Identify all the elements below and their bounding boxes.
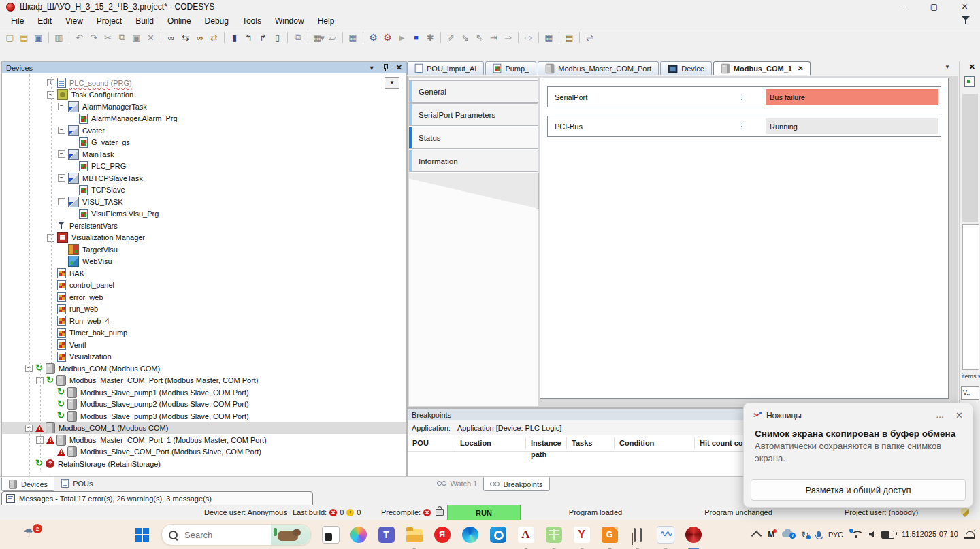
taskbar-app-button[interactable] <box>484 523 512 546</box>
panel-tab[interactable]: POUs <box>54 477 99 490</box>
onedrive-cloud-icon[interactable] <box>782 531 794 537</box>
taskbar-app-button[interactable] <box>428 523 456 546</box>
refresh-refs-icon[interactable] <box>583 31 597 44</box>
replace-all-icon[interactable] <box>207 31 221 44</box>
taskbar-app-button[interactable] <box>623 523 651 546</box>
taskbar-app-button[interactable] <box>456 523 484 546</box>
tree-item[interactable]: − Visualization Manager <box>2 232 406 244</box>
document-tab[interactable]: Device <box>660 61 712 75</box>
document-tab[interactable]: Modbus_Master_COM_Port <box>538 61 659 75</box>
device-editor-tab[interactable]: Information <box>409 150 538 172</box>
update-boot-icon[interactable] <box>346 31 360 44</box>
breakpoints-column-header[interactable]: Location <box>455 437 526 449</box>
open-icon[interactable] <box>17 31 31 44</box>
tray-m-app-icon[interactable]: M <box>768 530 774 539</box>
cut-icon[interactable] <box>101 31 115 44</box>
microphone-icon[interactable] <box>817 531 821 537</box>
application-value[interactable]: Application [Device: PLC Logic] <box>455 424 561 432</box>
menu-item[interactable]: Tools <box>235 15 268 27</box>
taskbar-app-button[interactable] <box>344 523 372 546</box>
login-icon[interactable] <box>366 31 380 44</box>
tree-expander[interactable]: − <box>58 198 65 205</box>
menu-item[interactable]: Edit <box>31 15 59 27</box>
menu-item[interactable]: Debug <box>198 15 235 27</box>
tree-item[interactable]: Modbus_Slave_pump1 (Modbus Slave, COM Po… <box>2 386 406 399</box>
save-icon[interactable] <box>31 31 46 44</box>
menu-item[interactable]: Window <box>268 15 311 27</box>
taskbar-app-button[interactable] <box>595 523 623 546</box>
markup-share-button[interactable]: Разметка и общий доступ <box>751 479 966 501</box>
step-over-icon[interactable] <box>444 31 458 44</box>
tree-item[interactable]: Run_web_4 <box>2 315 406 327</box>
volume-icon[interactable] <box>869 531 874 537</box>
panel-tab[interactable]: Devices <box>1 477 54 491</box>
document-tab[interactable]: Pump_ <box>485 61 536 75</box>
taskbar-app-button[interactable] <box>568 523 595 546</box>
tree-expander[interactable]: − <box>58 174 65 182</box>
wifi-icon[interactable] <box>851 531 862 538</box>
device-editor-tab[interactable]: Status <box>409 127 538 149</box>
language-indicator[interactable]: РУС <box>828 531 843 539</box>
notification-bell-icon[interactable] <box>966 531 975 538</box>
step-into-icon[interactable] <box>458 31 472 44</box>
search-input[interactable] <box>183 529 247 541</box>
tree-item[interactable]: − AlarmManagerTask <box>2 101 406 113</box>
taskbar-app-button[interactable] <box>512 523 540 546</box>
tree-item[interactable]: PLC_PRG <box>2 161 406 173</box>
tree-item[interactable]: Timer_bak_pump <box>2 327 406 339</box>
tree-item[interactable]: − Task Configuration <box>2 89 406 101</box>
panel-tab[interactable]: Watch 1 <box>431 477 483 490</box>
tree-item[interactable]: − Gvater <box>2 124 406 137</box>
clock[interactable]: 11:51 2025-07-10 <box>902 530 958 539</box>
print-icon[interactable] <box>52 31 66 44</box>
copy-icon[interactable] <box>115 31 129 44</box>
tab-close-icon[interactable] <box>798 65 803 72</box>
umbrella-tray-icon[interactable]: ☂ 2 <box>23 525 41 543</box>
panel-close-icon[interactable]: ✕ <box>396 63 402 72</box>
toast-menu-icon[interactable]: … <box>936 410 945 420</box>
tree-item[interactable]: Modbus_Slave_pump3 (Modbus Slave, COM Po… <box>2 410 406 422</box>
menu-item[interactable]: File <box>4 15 31 27</box>
battery-icon[interactable] <box>881 531 894 539</box>
tree-item[interactable]: − Modbus_Master_COM_Port (Modbus Master,… <box>2 375 406 387</box>
tab-list-dropdown-icon[interactable]: ▼ <box>945 64 950 70</box>
right-panel-close-icon[interactable]: ✕ <box>969 63 975 71</box>
replace-icon[interactable] <box>178 31 193 44</box>
maximize-button[interactable]: ▢ <box>919 0 949 15</box>
tree-item[interactable]: − MBTCPSlaveTask <box>2 172 406 184</box>
tree-item[interactable]: Modbus_Slave_COM_Port (Modbus Slave, COM… <box>2 446 406 459</box>
stop-icon[interactable] <box>409 31 423 44</box>
bookmark-prev-icon[interactable] <box>242 31 256 44</box>
set-next-statement-icon[interactable] <box>501 31 515 44</box>
document-tab[interactable]: POU_imput_AI <box>407 61 484 75</box>
taskbar-search[interactable] <box>161 524 311 546</box>
taskbar-app-button[interactable] <box>540 523 568 546</box>
taskbar-app-button[interactable] <box>679 523 707 546</box>
tree-item[interactable]: RetainStorage (RetainStorage) <box>2 458 406 470</box>
right-panel-filter-input[interactable]: V.. <box>961 386 979 400</box>
device-editor-tab[interactable]: SerialPort Parameters <box>409 103 538 126</box>
store-cart-icon[interactable] <box>562 31 576 44</box>
tree-item[interactable]: Modbus_Slave_pump2 (Modbus Slave, COM Po… <box>2 399 406 411</box>
panel-dropdown-icon[interactable]: ▼ <box>369 65 375 71</box>
tree-item[interactable]: run_web <box>2 303 406 316</box>
tree-item[interactable]: VisuElems.Visu_Prg <box>2 208 406 220</box>
logout-icon[interactable] <box>380 31 395 44</box>
menu-item[interactable]: Online <box>161 15 198 27</box>
run-to-cursor-icon[interactable] <box>487 31 501 44</box>
document-tab[interactable]: Modbus_COM_1 <box>713 61 811 75</box>
tree-item[interactable]: − VISU_TASK <box>2 196 406 208</box>
tree-item[interactable]: AlarmManager.Alarm_Prg <box>2 113 406 125</box>
close-button[interactable]: ✕ <box>949 0 980 15</box>
tree-item[interactable]: BAK <box>2 267 406 280</box>
redo-icon[interactable] <box>86 31 101 44</box>
tree-item[interactable]: − Modbus_Master_COM_Port_1 (Modbus Maste… <box>2 434 406 446</box>
pin-icon[interactable] <box>383 64 388 71</box>
new-file-icon[interactable] <box>3 31 17 44</box>
minimize-button[interactable]: — <box>888 0 919 15</box>
find-icon[interactable] <box>164 31 178 44</box>
taskbar-app-button[interactable] <box>400 523 428 546</box>
taskbar-app-button[interactable] <box>372 523 400 546</box>
force-values-icon[interactable] <box>423 31 438 44</box>
tree-item[interactable]: − MainTask <box>2 148 406 161</box>
